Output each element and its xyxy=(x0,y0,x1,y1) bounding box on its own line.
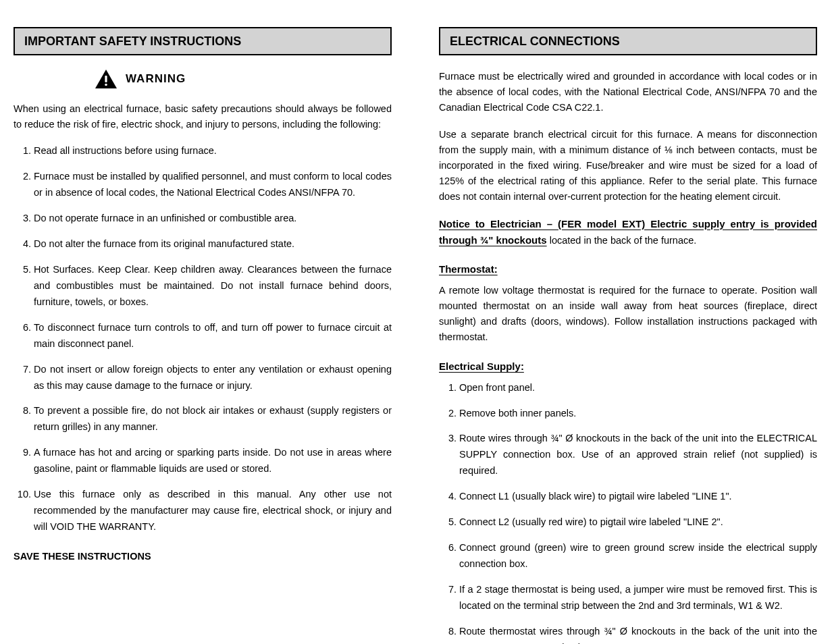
safety-item: Do not alter the furnace from its origin… xyxy=(34,236,392,252)
supply-step: Remove both inner panels. xyxy=(459,406,817,422)
supply-step: Connect ground (green) wire to green gro… xyxy=(459,540,817,572)
notice-block: Notice to Electrician – (FER model EXT) … xyxy=(439,216,817,248)
notice-body: located in the back of the furnace. xyxy=(550,235,697,246)
elec-p1: Furnace must be electrically wired and g… xyxy=(439,69,817,116)
supply-step: Connect L2 (usually red wire) to pigtail… xyxy=(459,514,817,531)
safety-item: Use this furnace only as described in th… xyxy=(34,487,392,535)
supply-step: Route thermostat wires through ¾" Ø knoc… xyxy=(459,624,817,644)
safety-item: Furnace must be installed by qualified p… xyxy=(34,169,392,201)
safety-item: To disconnect furnace turn controls to o… xyxy=(34,320,392,352)
safety-item: To prevent a possible fire, do not block… xyxy=(34,403,392,435)
electrical-header: ELECTRICAL CONNECTIONS xyxy=(439,27,817,55)
safety-item: Do not insert or allow foreign objects t… xyxy=(34,362,392,394)
safety-item: Do not operate furnace in an unfinished … xyxy=(34,211,392,227)
svg-point-0 xyxy=(105,84,107,86)
thermostat-body: A remote low voltage thermostat is requi… xyxy=(439,283,817,346)
supply-step: If a 2 stage thermostat is being used, a… xyxy=(459,582,817,614)
warning-triangle-icon xyxy=(95,69,118,89)
safety-intro: When using an electrical furnace, basic … xyxy=(14,101,392,132)
safety-item: Hot Surfaces. Keep Clear. Keep children … xyxy=(34,262,392,311)
safety-list: Read all instructions before using furna… xyxy=(34,143,392,535)
svg-rect-1 xyxy=(105,76,107,82)
right-column: ELECTRICAL CONNECTIONS Furnace must be e… xyxy=(439,27,817,644)
supply-steps: Open front panel.Remove both inner panel… xyxy=(459,380,817,644)
supply-step: Connect L1 (usually black wire) to pigta… xyxy=(459,489,817,505)
save-instructions: SAVE THESE INSTRUCTIONS xyxy=(14,549,392,564)
warning-text: WARNING xyxy=(126,72,186,86)
safety-header: IMPORTANT SAFETY INSTRUCTIONS xyxy=(14,27,392,55)
left-column: IMPORTANT SAFETY INSTRUCTIONS WARNING Wh… xyxy=(14,27,392,644)
supply-step: Route wires through ¾" Ø knockouts in th… xyxy=(459,431,817,479)
warning-label-row: WARNING xyxy=(95,69,392,89)
electrical-header-text: ELECTRICAL CONNECTIONS xyxy=(450,34,620,49)
supply-step: Open front panel. xyxy=(459,380,817,396)
safety-item: Read all instructions before using furna… xyxy=(34,143,392,159)
supply-header: Electrical Supply: xyxy=(439,360,817,372)
thermostat-header: Thermostat: xyxy=(439,263,817,275)
safety-header-text: IMPORTANT SAFETY INSTRUCTIONS xyxy=(24,34,241,49)
elec-p2: Use a separate branch electrical circuit… xyxy=(439,127,817,205)
safety-item: A furnace has hot and arcing or sparking… xyxy=(34,445,392,477)
